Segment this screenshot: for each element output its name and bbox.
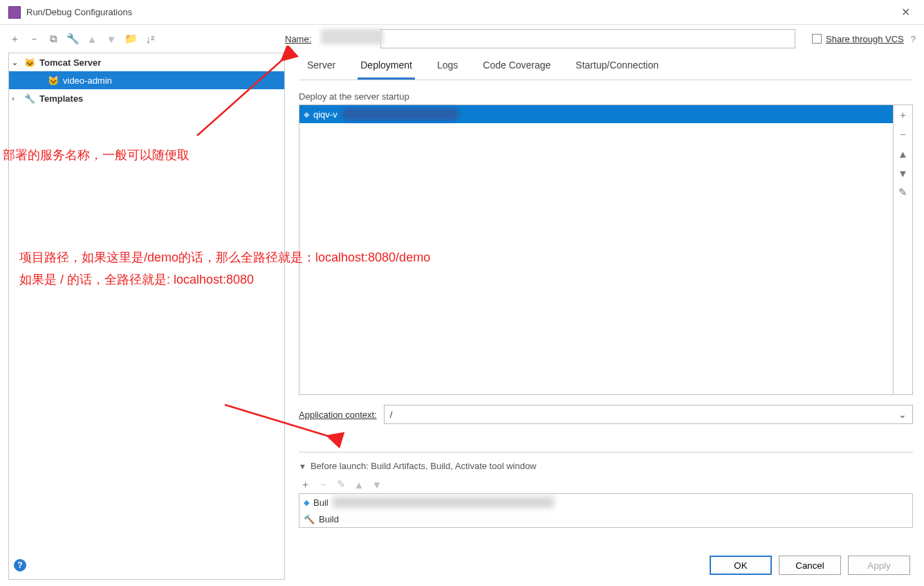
share-checkbox[interactable] — [812, 34, 822, 44]
tree-templates[interactable]: › 🔧 Templates — [9, 89, 284, 107]
deploy-section: Deploy at the server startup ◆ qiqv-v ＋ … — [299, 91, 913, 395]
deploy-side-buttons: ＋ － ▲ ▼ ✎ — [893, 105, 912, 394]
add-icon[interactable]: ＋ — [8, 33, 21, 45]
wrench-icon: 🔧 — [24, 93, 37, 103]
deploy-list[interactable]: ◆ qiqv-v — [299, 105, 893, 394]
deploy-edit-icon[interactable]: ✎ — [894, 183, 912, 202]
bl-item-1-blurred — [333, 497, 554, 508]
collapse-arrow-icon[interactable]: ▼ — [299, 462, 306, 470]
tree-video-admin[interactable]: 🐱 video-admin — [9, 71, 284, 89]
content-panel: Server Deployment Logs Code Coverage Sta… — [285, 53, 924, 580]
tabs: Server Deployment Logs Code Coverage Sta… — [299, 53, 913, 80]
deploy-down-icon[interactable]: ▼ — [894, 163, 912, 183]
name-value-blurred — [321, 29, 383, 44]
help-button[interactable]: ? — [14, 559, 26, 571]
deploy-item[interactable]: ◆ qiqv-v — [299, 105, 893, 123]
tab-server[interactable]: Server — [304, 53, 338, 80]
tab-code-coverage[interactable]: Code Coverage — [480, 53, 553, 80]
before-launch-header[interactable]: ▼ Before launch: Build Artifacts, Build,… — [299, 461, 913, 471]
tree-tomcat-label: Tomcat Server — [39, 57, 101, 68]
deploy-item-text: qiqv-v — [313, 109, 338, 120]
expand-icon[interactable]: ⌄ — [12, 58, 21, 67]
settings-icon[interactable]: 🔧 — [66, 33, 79, 45]
config-tree: ⌄ 🐱 Tomcat Server 🐱 video-admin › 🔧 Temp… — [8, 53, 285, 580]
close-icon[interactable]: ✕ — [896, 3, 916, 21]
titlebar: Run/Debug Configurations ✕ — [0, 0, 924, 25]
tree-video-admin-label: video-admin — [63, 75, 112, 86]
help-icon[interactable]: ? — [911, 34, 916, 44]
remove-icon[interactable]: － — [28, 33, 40, 45]
folder-icon[interactable]: 📁 — [124, 33, 137, 45]
apply-button[interactable]: Apply — [848, 556, 910, 575]
titlebar-title: Run/Debug Configurations — [26, 7, 896, 17]
cancel-button[interactable]: Cancel — [779, 556, 841, 575]
bl-add-icon[interactable]: ＋ — [299, 478, 311, 491]
artifact-icon: ◆ — [304, 110, 309, 119]
deploy-up-icon[interactable]: ▲ — [894, 144, 912, 163]
collapse-icon[interactable]: › — [12, 94, 21, 102]
share-label: Share through VCS — [826, 34, 904, 44]
hammer-icon: 🔨 — [304, 514, 315, 524]
tree-tomcat-server[interactable]: ⌄ 🐱 Tomcat Server — [9, 53, 284, 71]
deploy-label: Deploy at the server startup — [299, 91, 913, 102]
name-section: Name: — [285, 29, 795, 48]
app-icon — [8, 6, 21, 19]
name-label: Name: — [285, 34, 311, 44]
artifact-icon: ◆ — [304, 498, 309, 507]
context-label: Application context: — [299, 410, 377, 420]
down-icon[interactable]: ▼ — [105, 33, 118, 45]
bl-item-1-label: Buil — [313, 497, 329, 508]
bl-down-icon[interactable]: ▼ — [371, 478, 383, 491]
tab-logs[interactable]: Logs — [434, 53, 461, 80]
before-launch-toolbar: ＋ － ✎ ▲ ▼ — [299, 478, 913, 491]
main-area: ⌄ 🐱 Tomcat Server 🐱 video-admin › 🔧 Temp… — [0, 53, 924, 580]
tab-deployment[interactable]: Deployment — [358, 53, 415, 80]
bl-edit-icon[interactable]: ✎ — [335, 478, 347, 491]
deploy-add-icon[interactable]: ＋ — [894, 105, 912, 125]
deploy-remove-icon[interactable]: － — [894, 125, 912, 144]
bl-remove-icon[interactable]: － — [317, 478, 329, 491]
bl-item-artifacts[interactable]: ◆ Buil — [299, 494, 912, 511]
before-launch-section: ▼ Before launch: Build Artifacts, Build,… — [299, 452, 913, 528]
name-input[interactable] — [380, 29, 795, 48]
bl-item-build[interactable]: 🔨 Build — [299, 511, 912, 527]
copy-icon[interactable]: ⧉ — [47, 33, 59, 45]
tree-toolbar: ＋ － ⧉ 🔧 ▲ ▼ 📁 ↓² — [8, 33, 285, 45]
tomcat-run-icon: 🐱 — [48, 75, 60, 85]
share-section: Share through VCS ? — [812, 34, 916, 44]
context-row: Application context: / — [299, 405, 913, 424]
tomcat-icon: 🐱 — [24, 57, 37, 67]
up-icon[interactable]: ▲ — [86, 33, 98, 45]
deploy-item-blurred — [342, 108, 459, 120]
bl-up-icon[interactable]: ▲ — [353, 478, 365, 491]
sort-icon[interactable]: ↓² — [144, 33, 156, 45]
tab-startup-connection[interactable]: Startup/Connection — [573, 53, 661, 80]
footer: ? OK Cancel Apply — [0, 550, 924, 580]
bl-item-2-label: Build — [319, 514, 339, 524]
deploy-box: ◆ qiqv-v ＋ － ▲ ▼ ✎ — [299, 104, 913, 395]
before-launch-list: ◆ Buil 🔨 Build — [299, 493, 913, 528]
context-value: / — [390, 410, 393, 420]
context-select[interactable]: / — [384, 405, 913, 424]
ok-button[interactable]: OK — [710, 556, 772, 575]
tree-templates-label: Templates — [39, 93, 83, 104]
before-launch-label: Before launch: Build Artifacts, Build, A… — [311, 461, 537, 471]
toolbar-row: ＋ － ⧉ 🔧 ▲ ▼ 📁 ↓² Name: Share through VCS… — [0, 25, 924, 53]
